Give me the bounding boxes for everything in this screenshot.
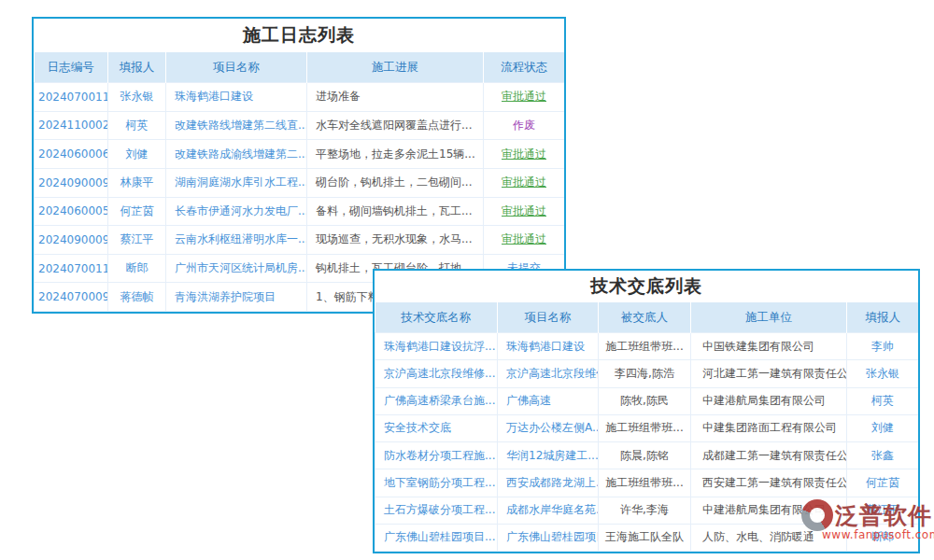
cell-project[interactable]: 成都水岸华庭名苑...: [498, 497, 599, 524]
cell-name[interactable]: 广佛高速桥梁承台施...: [375, 387, 498, 414]
cell-progress: 水车对全线遮阳网覆盖点进行...: [307, 111, 484, 140]
cell-reporter[interactable]: 李帅: [847, 333, 919, 360]
cell-receiver: 陈牧,陈民: [599, 387, 691, 414]
cell-id[interactable]: 2024070011: [35, 83, 108, 112]
cell-id[interactable]: 2024090009: [35, 168, 108, 197]
cell-unit: 成都建工第一建筑有限责任公司: [691, 442, 847, 469]
cell-unit: 河北建工第一建筑有限责任公司: [691, 360, 847, 387]
table-row: 安全技术交底万达办公楼左侧A...施工班组带班...中建集团路面工程有限公司刘健: [375, 414, 919, 441]
column-header-log-id: 日志编号: [35, 52, 108, 83]
tech-disclosure-title: 技术交底列表: [375, 271, 918, 302]
construction-log-title: 施工日志列表: [34, 19, 564, 52]
cell-project[interactable]: 万达办公楼左侧A...: [498, 414, 599, 441]
cell-status[interactable]: 审批通过: [484, 226, 565, 255]
cell-status[interactable]: 审批通过: [484, 83, 565, 112]
table-row: 2024060005何芷茵长春市伊通河水力发电厂...备料，砌间墙钩机排土，瓦工…: [35, 197, 565, 226]
table-row: 珠海鹤港口建设抗浮...珠海鹤港口建设施工班组带班...中国铁建集团有限公司李帅: [375, 333, 919, 360]
cell-status[interactable]: 作废: [484, 111, 565, 140]
cell-id[interactable]: 2024090009: [35, 226, 108, 255]
table-row: 广佛高速桥梁承台施...广佛高速陈牧,陈民中建港航局集团有限公司柯英: [375, 387, 919, 414]
cell-id[interactable]: 2024060005: [35, 197, 108, 226]
cell-reporter[interactable]: 张永银: [108, 83, 166, 112]
cell-receiver: 施工班组带班...: [599, 469, 691, 497]
cell-project[interactable]: 长春市伊通河水力发电厂...: [166, 197, 307, 226]
cell-id[interactable]: 2024060006: [35, 140, 108, 169]
cell-status[interactable]: 审批通过: [484, 140, 565, 169]
cell-reporter[interactable]: 刘健: [847, 414, 919, 441]
column-header-receiver: 被交底人: [599, 302, 691, 333]
cell-project[interactable]: 珠海鹤港口建设: [166, 83, 307, 112]
column-header-project: 项目名称: [166, 52, 307, 83]
cell-project[interactable]: 改建铁路线增建第二线直...: [166, 111, 307, 140]
cell-reporter[interactable]: 柯英: [108, 111, 166, 140]
cell-reporter[interactable]: 蒋德帧: [108, 283, 166, 312]
column-header-disclosure-name: 技术交底名称: [375, 302, 498, 333]
cell-receiver: 许华,李海: [599, 497, 691, 524]
cell-id[interactable]: 2024070009: [35, 283, 108, 312]
cell-project[interactable]: 广东佛山碧桂园项目: [498, 524, 599, 551]
column-header-progress: 施工进展: [307, 52, 484, 83]
cell-project[interactable]: 京沪高速北京段维修: [498, 360, 599, 387]
cell-receiver: 王海施工队全队: [599, 524, 691, 551]
cell-project[interactable]: 西安成都路龙湖上...: [498, 469, 599, 497]
cell-name[interactable]: 地下室钢筋分项工程...: [375, 469, 498, 497]
table-row: 2024090009林康平湖南洞庭湖水库引水工程...砌台阶，钩机排土，二包砌间…: [35, 168, 565, 197]
cell-name[interactable]: 安全技术交底: [375, 414, 498, 441]
cell-project[interactable]: 云南水利枢纽潜明水库一...: [166, 226, 307, 255]
construction-log-header-row: 日志编号 填报人 项目名称 施工进展 流程状态: [35, 52, 565, 83]
table-row: 地下室钢筋分项工程...西安成都路龙湖上...施工班组带班...西安建工第一建筑…: [375, 469, 919, 497]
fanpu-logo-row: 泛普软件: [801, 499, 934, 531]
cell-progress: 现场巡查，无积水现象，水马...: [307, 226, 484, 255]
cell-project[interactable]: 改建铁路成渝线增建第二...: [166, 140, 307, 169]
cell-reporter[interactable]: 林康平: [108, 168, 166, 197]
fanpu-logo-url: www.fanpusoft.com: [822, 528, 934, 541]
cell-name[interactable]: 土石方爆破分项工程...: [375, 497, 498, 524]
cell-reporter[interactable]: 柯英: [847, 387, 919, 414]
fanpu-watermark: 泛普软件 www.fanpusoft.com: [801, 499, 934, 541]
fanpu-swirl-icon: [801, 499, 833, 531]
column-header-status: 流程状态: [484, 52, 565, 83]
cell-receiver: 施工班组带班...: [599, 333, 691, 360]
cell-unit: 西安建工第一建筑有限责任公司: [691, 469, 847, 497]
cell-progress: 进场准备: [307, 83, 484, 112]
cell-status[interactable]: 审批通过: [484, 168, 565, 197]
cell-id[interactable]: 2024070011: [35, 254, 108, 283]
cell-unit: 中国铁建集团有限公司: [691, 333, 847, 360]
table-row: 防水卷材分项工程施...华润12城房建工...陈晨,陈铭成都建工第一建筑有限责任…: [375, 442, 919, 469]
cell-id[interactable]: 2024110002: [35, 111, 108, 140]
cell-project[interactable]: 广佛高速: [498, 387, 599, 414]
fanpu-logo-text: 泛普软件: [835, 500, 932, 531]
column-header-reporter: 填报人: [108, 52, 166, 83]
column-header-reporter: 填报人: [847, 302, 919, 333]
column-header-unit: 施工单位: [691, 302, 847, 333]
cell-project[interactable]: 珠海鹤港口建设: [498, 333, 599, 360]
cell-name[interactable]: 珠海鹤港口建设抗浮...: [375, 333, 498, 360]
cell-receiver: 陈晨,陈铭: [599, 442, 691, 469]
table-row: 京沪高速北京段维修...京沪高速北京段维修李四海,陈浩河北建工第一建筑有限责任公…: [375, 360, 919, 387]
cell-reporter[interactable]: 张永银: [847, 360, 919, 387]
cell-project[interactable]: 湖南洞庭湖水库引水工程...: [166, 168, 307, 197]
cell-name[interactable]: 防水卷材分项工程施...: [375, 442, 498, 469]
cell-project[interactable]: 广州市天河区统计局机房...: [166, 254, 307, 283]
table-row: 2024060006刘健改建铁路成渝线增建第二...平整场地，拉走多余泥土15辆…: [35, 140, 565, 169]
table-row: 2024090009蔡江平云南水利枢纽潜明水库一...现场巡查，无积水现象，水马…: [35, 226, 565, 255]
tech-disclosure-header-row: 技术交底名称 项目名称 被交底人 施工单位 填报人: [375, 302, 919, 333]
cell-name[interactable]: 京沪高速北京段维修...: [375, 360, 498, 387]
cell-reporter[interactable]: 张鑫: [847, 442, 919, 469]
cell-reporter[interactable]: 何芷茵: [847, 469, 919, 497]
cell-reporter[interactable]: 何芷茵: [108, 197, 166, 226]
cell-reporter[interactable]: 断郎: [108, 254, 166, 283]
table-row: 2024110002柯英改建铁路线增建第二线直...水车对全线遮阳网覆盖点进行.…: [35, 111, 565, 140]
cell-progress: 备料，砌间墙钩机排土，瓦工...: [307, 197, 484, 226]
cell-name[interactable]: 广东佛山碧桂园项目...: [375, 524, 498, 551]
table-row: 2024070011张永银珠海鹤港口建设进场准备审批通过: [35, 83, 565, 112]
cell-project[interactable]: 青海洪湖养护院项目: [166, 283, 307, 312]
cell-receiver: 李四海,陈浩: [599, 360, 691, 387]
cell-progress: 砌台阶，钩机排土，二包砌间...: [307, 168, 484, 197]
cell-reporter[interactable]: 蔡江平: [108, 226, 166, 255]
cell-status[interactable]: 审批通过: [484, 197, 565, 226]
cell-receiver: 施工班组带班...: [599, 414, 691, 441]
cell-project[interactable]: 华润12城房建工...: [498, 442, 599, 469]
cell-reporter[interactable]: 刘健: [108, 140, 166, 169]
column-header-project: 项目名称: [498, 302, 599, 333]
